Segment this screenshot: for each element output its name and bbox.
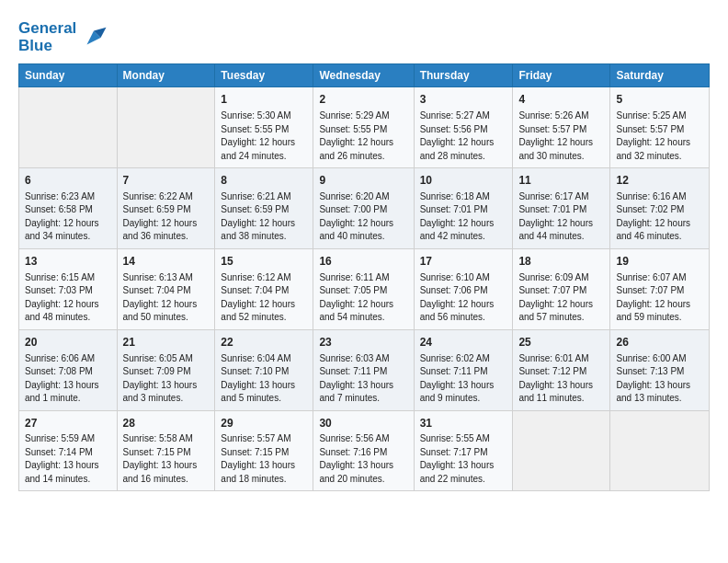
cell-content: Sunrise: 5:59 AM Sunset: 7:14 PM Dayligh… <box>25 432 111 486</box>
cell-content: Sunrise: 6:13 AM Sunset: 7:04 PM Dayligh… <box>123 271 210 325</box>
cell-content: Sunrise: 6:00 AM Sunset: 7:13 PM Dayligh… <box>616 352 703 406</box>
weekday-header-sunday: Sunday <box>19 64 118 87</box>
calendar-cell: 12Sunrise: 6:16 AM Sunset: 7:02 PM Dayli… <box>610 168 710 249</box>
day-number: 23 <box>319 335 407 350</box>
calendar-cell: 16Sunrise: 6:11 AM Sunset: 7:05 PM Dayli… <box>313 248 414 329</box>
calendar-cell: 13Sunrise: 6:15 AM Sunset: 7:03 PM Dayli… <box>19 248 118 329</box>
cell-content: Sunrise: 6:05 AM Sunset: 7:09 PM Dayligh… <box>123 352 210 406</box>
day-number: 17 <box>420 254 507 270</box>
calendar-cell: 2Sunrise: 5:29 AM Sunset: 5:55 PM Daylig… <box>313 87 414 168</box>
day-number: 30 <box>319 416 407 431</box>
calendar-cell <box>513 410 610 491</box>
day-number: 15 <box>221 254 307 270</box>
cell-content: Sunrise: 6:11 AM Sunset: 7:05 PM Dayligh… <box>319 271 407 325</box>
calendar-cell: 4Sunrise: 5:26 AM Sunset: 5:57 PM Daylig… <box>513 87 610 168</box>
day-number: 25 <box>518 335 604 350</box>
calendar-cell: 18Sunrise: 6:09 AM Sunset: 7:07 PM Dayli… <box>513 248 610 329</box>
day-number: 7 <box>123 173 210 189</box>
cell-content: Sunrise: 6:01 AM Sunset: 7:12 PM Dayligh… <box>518 352 604 406</box>
cell-content: Sunrise: 5:55 AM Sunset: 7:17 PM Dayligh… <box>420 432 507 486</box>
cell-content: Sunrise: 6:16 AM Sunset: 7:02 PM Dayligh… <box>616 190 703 244</box>
day-number: 29 <box>221 416 307 431</box>
weekday-header-thursday: Thursday <box>414 64 513 87</box>
day-number: 5 <box>616 92 703 108</box>
cell-content: Sunrise: 6:10 AM Sunset: 7:06 PM Dayligh… <box>420 271 507 325</box>
day-number: 28 <box>123 416 210 431</box>
calendar-cell: 17Sunrise: 6:10 AM Sunset: 7:06 PM Dayli… <box>414 248 513 329</box>
day-number: 19 <box>616 254 703 270</box>
cell-content: Sunrise: 6:03 AM Sunset: 7:11 PM Dayligh… <box>319 352 407 406</box>
calendar-cell: 26Sunrise: 6:00 AM Sunset: 7:13 PM Dayli… <box>610 329 710 410</box>
calendar-cell: 29Sunrise: 5:57 AM Sunset: 7:15 PM Dayli… <box>215 410 313 491</box>
cell-content: Sunrise: 6:02 AM Sunset: 7:11 PM Dayligh… <box>420 352 507 406</box>
day-number: 6 <box>25 173 111 189</box>
calendar-cell: 28Sunrise: 5:58 AM Sunset: 7:15 PM Dayli… <box>117 410 215 491</box>
calendar-cell: 5Sunrise: 5:25 AM Sunset: 5:57 PM Daylig… <box>610 87 710 168</box>
day-number: 21 <box>123 335 210 350</box>
day-number: 16 <box>319 254 407 270</box>
calendar-cell: 9Sunrise: 6:20 AM Sunset: 7:00 PM Daylig… <box>313 168 414 249</box>
day-number: 4 <box>518 92 604 108</box>
calendar-cell: 19Sunrise: 6:07 AM Sunset: 7:07 PM Dayli… <box>610 248 710 329</box>
calendar-cell: 1Sunrise: 5:30 AM Sunset: 5:55 PM Daylig… <box>215 87 313 168</box>
calendar-week-row: 6Sunrise: 6:23 AM Sunset: 6:58 PM Daylig… <box>19 168 710 249</box>
day-number: 14 <box>123 254 210 270</box>
cell-content: Sunrise: 6:07 AM Sunset: 7:07 PM Dayligh… <box>616 271 703 325</box>
calendar-cell: 10Sunrise: 6:18 AM Sunset: 7:01 PM Dayli… <box>414 168 513 249</box>
cell-content: Sunrise: 5:29 AM Sunset: 5:55 PM Dayligh… <box>319 109 407 163</box>
calendar-cell: 23Sunrise: 6:03 AM Sunset: 7:11 PM Dayli… <box>313 329 414 410</box>
cell-content: Sunrise: 5:27 AM Sunset: 5:56 PM Dayligh… <box>420 109 507 163</box>
calendar-cell: 3Sunrise: 5:27 AM Sunset: 5:56 PM Daylig… <box>414 87 513 168</box>
day-number: 20 <box>25 335 111 350</box>
page: General Blue SundayMondayTuesdayWednesda… <box>0 0 728 563</box>
calendar-cell <box>19 87 118 168</box>
weekday-header-friday: Friday <box>513 64 610 87</box>
calendar-table: SundayMondayTuesdayWednesdayThursdayFrid… <box>18 63 710 491</box>
cell-content: Sunrise: 5:56 AM Sunset: 7:16 PM Dayligh… <box>319 432 407 486</box>
calendar-cell: 27Sunrise: 5:59 AM Sunset: 7:14 PM Dayli… <box>19 410 118 491</box>
cell-content: Sunrise: 6:23 AM Sunset: 6:58 PM Dayligh… <box>25 190 111 244</box>
logo-icon <box>80 24 108 52</box>
day-number: 12 <box>616 173 703 189</box>
cell-content: Sunrise: 6:12 AM Sunset: 7:04 PM Dayligh… <box>221 271 307 325</box>
calendar-cell: 21Sunrise: 6:05 AM Sunset: 7:09 PM Dayli… <box>117 329 215 410</box>
calendar-cell: 15Sunrise: 6:12 AM Sunset: 7:04 PM Dayli… <box>215 248 313 329</box>
day-number: 3 <box>420 92 507 108</box>
cell-content: Sunrise: 6:06 AM Sunset: 7:08 PM Dayligh… <box>25 352 111 406</box>
day-number: 24 <box>420 335 507 350</box>
day-number: 26 <box>616 335 703 350</box>
day-number: 8 <box>221 173 307 189</box>
calendar-cell <box>117 87 215 168</box>
logo-line2: Blue <box>18 38 76 55</box>
cell-content: Sunrise: 6:04 AM Sunset: 7:10 PM Dayligh… <box>221 352 307 406</box>
cell-content: Sunrise: 6:09 AM Sunset: 7:07 PM Dayligh… <box>518 271 604 325</box>
day-number: 22 <box>221 335 307 350</box>
calendar-cell: 14Sunrise: 6:13 AM Sunset: 7:04 PM Dayli… <box>117 248 215 329</box>
cell-content: Sunrise: 6:15 AM Sunset: 7:03 PM Dayligh… <box>25 271 111 325</box>
calendar-cell: 22Sunrise: 6:04 AM Sunset: 7:10 PM Dayli… <box>215 329 313 410</box>
day-number: 13 <box>25 254 111 270</box>
weekday-header-tuesday: Tuesday <box>215 64 313 87</box>
weekday-header-wednesday: Wednesday <box>313 64 414 87</box>
calendar-cell <box>610 410 710 491</box>
logo-line1: General <box>18 20 76 38</box>
cell-content: Sunrise: 5:58 AM Sunset: 7:15 PM Dayligh… <box>123 432 210 486</box>
calendar-cell: 20Sunrise: 6:06 AM Sunset: 7:08 PM Dayli… <box>19 329 118 410</box>
calendar-cell: 8Sunrise: 6:21 AM Sunset: 6:59 PM Daylig… <box>215 168 313 249</box>
calendar-cell: 30Sunrise: 5:56 AM Sunset: 7:16 PM Dayli… <box>313 410 414 491</box>
calendar-week-row: 27Sunrise: 5:59 AM Sunset: 7:14 PM Dayli… <box>19 410 710 491</box>
header: General Blue <box>18 15 710 54</box>
weekday-header-row: SundayMondayTuesdayWednesdayThursdayFrid… <box>19 64 710 87</box>
calendar-cell: 6Sunrise: 6:23 AM Sunset: 6:58 PM Daylig… <box>19 168 118 249</box>
calendar-cell: 11Sunrise: 6:17 AM Sunset: 7:01 PM Dayli… <box>513 168 610 249</box>
cell-content: Sunrise: 5:25 AM Sunset: 5:57 PM Dayligh… <box>616 109 703 163</box>
cell-content: Sunrise: 5:26 AM Sunset: 5:57 PM Dayligh… <box>518 109 604 163</box>
day-number: 2 <box>319 92 407 108</box>
calendar-week-row: 20Sunrise: 6:06 AM Sunset: 7:08 PM Dayli… <box>19 329 710 410</box>
day-number: 27 <box>25 416 111 431</box>
cell-content: Sunrise: 6:18 AM Sunset: 7:01 PM Dayligh… <box>420 190 507 244</box>
weekday-header-monday: Monday <box>117 64 215 87</box>
day-number: 9 <box>319 173 407 189</box>
calendar-cell: 31Sunrise: 5:55 AM Sunset: 7:17 PM Dayli… <box>414 410 513 491</box>
calendar-cell: 25Sunrise: 6:01 AM Sunset: 7:12 PM Dayli… <box>513 329 610 410</box>
